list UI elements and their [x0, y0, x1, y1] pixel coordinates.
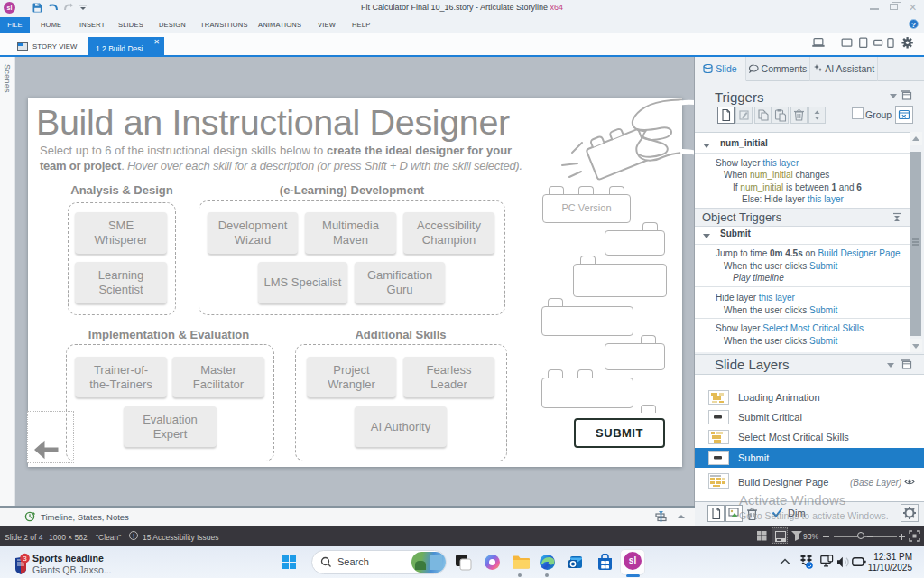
svg-text:3: 3 [23, 555, 27, 563]
